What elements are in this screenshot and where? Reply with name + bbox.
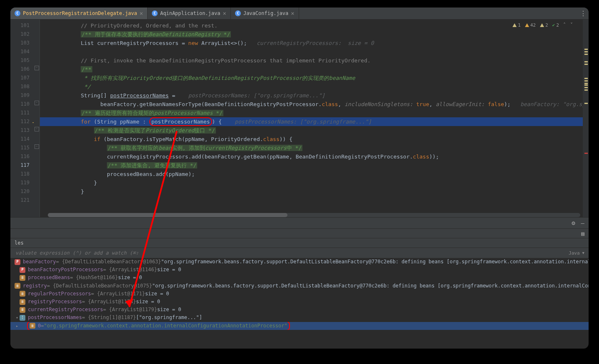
line-number[interactable]: 101 (10, 21, 34, 30)
tab-file-3[interactable]: C JavaConfig.java × (231, 7, 299, 19)
line-number[interactable]: 103 (10, 39, 34, 47)
variable-row[interactable]: ≡processedBeans = {HashSet@1166} size = … (10, 274, 589, 282)
warn-count: 2 (545, 22, 548, 28)
line-number[interactable]: 113 (10, 126, 34, 135)
class-icon: C (15, 10, 20, 16)
code-area[interactable]: // PriorityOrdered, Ordered, and the res… (40, 20, 589, 217)
variable-row[interactable]: ≡currentRegistryProcessors = {ArrayList@… (10, 306, 589, 314)
line-number[interactable]: 108 (10, 82, 34, 91)
line-number[interactable]: 104 (10, 47, 34, 56)
warn-count: 1 (518, 22, 521, 28)
layout-icon[interactable]: ▤ (581, 230, 584, 237)
variables-panel: PbeanFactory = {DefaultListableBeanFacto… (10, 258, 589, 330)
ide-window: C PostProcessorRegistrationDelegate.java… (10, 7, 589, 349)
fold-column[interactable]: − − − − (34, 20, 40, 217)
var-type-icon: P (20, 267, 25, 273)
line-number[interactable]: 106 (10, 65, 34, 74)
fold-toggle-icon[interactable]: − (35, 144, 39, 149)
line-number[interactable]: 121 (10, 196, 34, 205)
line-number[interactable]: 112➜ (10, 117, 34, 126)
variable-row[interactable]: ▾⦙postProcessorNames = {String[1]@1187} … (10, 314, 589, 322)
var-type-icon: P (15, 259, 20, 265)
variable-row[interactable]: PbeanFactoryPostProcessors = {ArrayList@… (10, 266, 589, 274)
line-number[interactable]: 116 (10, 152, 34, 161)
horizontal-scrollbar[interactable] (48, 213, 580, 217)
gutter: 101102103104105106107108109110111112➜113… (10, 20, 34, 217)
line-number[interactable]: 110 (10, 100, 34, 109)
line-number[interactable]: 117 (10, 161, 34, 170)
debug-vars-header[interactable]: les (10, 238, 589, 248)
class-icon: C (235, 10, 241, 16)
class-icon: C (152, 10, 158, 16)
check-icon: ✔ (552, 22, 555, 28)
line-number[interactable]: 105 (10, 56, 34, 65)
var-type-icon: ≡ (20, 275, 25, 281)
warning-icon (540, 23, 544, 27)
var-type-icon: ≡ (20, 299, 25, 305)
variable-child-row[interactable]: ▸≡0 = "org.springframework.context.annot… (10, 322, 589, 330)
line-number[interactable]: 119 (10, 178, 34, 187)
tab-label: PostProcessorRegistrationDelegate.java (23, 10, 137, 16)
close-icon[interactable]: × (291, 10, 294, 16)
var-type-icon: ≡ (15, 283, 20, 289)
editor-tabbar: C PostProcessorRegistrationDelegate.java… (10, 7, 589, 20)
var-type-icon: ≡ (30, 323, 35, 329)
evaluate-row: Java ▼ (10, 248, 589, 258)
editor-toolstrip: ⚙ — (10, 217, 589, 228)
var-type-icon: ≡ (20, 291, 25, 297)
error-stripe[interactable] (583, 20, 589, 217)
variable-row[interactable]: ≡registry = {DefaultListableBeanFactory@… (10, 282, 589, 290)
line-number[interactable]: 120 (10, 187, 34, 196)
line-number[interactable]: 118 (10, 170, 34, 178)
var-type-icon: ≡ (20, 307, 25, 313)
ok-count: 2 (556, 22, 559, 28)
line-number[interactable]: 111 (10, 109, 34, 117)
variable-row[interactable]: ≡registryProcessors = {ArrayList@1174} s… (10, 298, 589, 306)
more-tabs-button[interactable]: ⋮ (578, 7, 589, 19)
minimize-icon[interactable]: — (581, 220, 584, 226)
scrollbar-thumb[interactable] (48, 213, 287, 217)
tab-label: AqinApplication.java (160, 10, 220, 16)
warning-icon (512, 23, 517, 27)
warn-count: 42 (530, 22, 536, 28)
gear-icon[interactable]: ⚙ (572, 220, 575, 226)
chevron-down-icon[interactable]: ▼ (582, 251, 584, 255)
var-type-icon: ⦙ (20, 315, 25, 321)
close-icon[interactable]: × (140, 10, 143, 16)
fold-toggle-icon[interactable]: − (35, 66, 39, 70)
tab-file-1[interactable]: C PostProcessorRegistrationDelegate.java… (10, 7, 148, 19)
eval-language[interactable]: Java (569, 250, 580, 256)
variable-row[interactable]: ≡regularPostProcessors = {ArrayList@1171… (10, 290, 589, 298)
fold-toggle-icon[interactable]: − (35, 127, 39, 131)
tab-label: JavaConfig.java (243, 10, 288, 16)
evaluate-input[interactable] (15, 250, 569, 256)
line-number[interactable]: 109 (10, 91, 34, 100)
line-number[interactable]: 107 (10, 74, 34, 82)
inspection-summary[interactable]: 1 42 2 ✔2 ˄ ˅ (512, 22, 574, 28)
close-icon[interactable]: × (223, 10, 226, 16)
variable-row[interactable]: PbeanFactory = {DefaultListableBeanFacto… (10, 258, 589, 266)
panel-gap: ▤ (10, 228, 589, 238)
line-number[interactable]: 114 (10, 135, 34, 144)
debug-tab-label: les (15, 240, 24, 246)
editor: 101102103104105106107108109110111112➜113… (10, 20, 589, 217)
line-number[interactable]: 115 (10, 144, 34, 152)
warning-icon (525, 23, 529, 27)
line-number[interactable]: 102 (10, 30, 34, 39)
tab-file-2[interactable]: C AqinApplication.java × (148, 7, 231, 19)
fold-toggle-icon[interactable]: − (35, 101, 39, 105)
nav-up-down[interactable]: ˄ ˅ (563, 22, 574, 28)
